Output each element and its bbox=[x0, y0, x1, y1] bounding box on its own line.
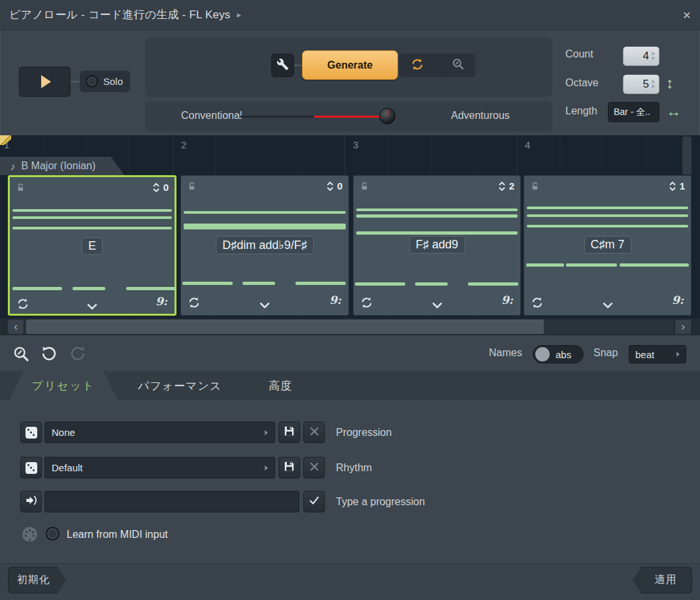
close-button[interactable]: × bbox=[683, 8, 691, 22]
scrollbar-thumb[interactable] bbox=[26, 320, 544, 334]
bar-number: 2 bbox=[181, 139, 186, 150]
chord-note-line bbox=[527, 214, 688, 217]
lock-icon[interactable] bbox=[187, 181, 197, 194]
chord-name-label[interactable]: E bbox=[82, 237, 103, 255]
chord-name-label[interactable]: F♯ add9 bbox=[409, 236, 465, 254]
regenerate-chord-icon[interactable] bbox=[360, 296, 373, 312]
chord-name-label[interactable]: D♯dim add♭9/F♯ bbox=[216, 236, 314, 254]
chord-menu-chevron-icon[interactable] bbox=[259, 299, 270, 309]
regenerate-chord-icon[interactable] bbox=[16, 297, 29, 313]
chord-card-4[interactable]: 1C♯m 79: bbox=[524, 175, 692, 316]
length-dropdown[interactable]: Bar - 全.. bbox=[608, 102, 659, 122]
rhythm-save-button[interactable] bbox=[278, 457, 300, 478]
chord-note-line bbox=[184, 224, 346, 229]
bass-clef-icon[interactable]: 9: bbox=[156, 295, 167, 308]
apply-button[interactable]: 適用 bbox=[633, 567, 692, 593]
scrollbar-track[interactable] bbox=[25, 320, 673, 334]
transpose-chevrons-icon bbox=[499, 182, 505, 191]
chord-name-label[interactable]: C♯m 7 bbox=[584, 236, 631, 254]
chevron-right-icon bbox=[265, 430, 268, 435]
rhythm-segment bbox=[12, 287, 62, 290]
confirm-progression-button[interactable] bbox=[303, 491, 325, 512]
snap-dropdown[interactable]: beat bbox=[629, 345, 686, 363]
redo-icon[interactable] bbox=[69, 345, 86, 365]
length-leftright-icon[interactable]: ↔ bbox=[666, 104, 681, 119]
lower-toolbar: Names abs Snap beat bbox=[0, 335, 700, 371]
progression-save-button[interactable] bbox=[278, 422, 300, 443]
save-icon bbox=[283, 460, 295, 475]
solo-toggle[interactable]: Solo bbox=[80, 71, 130, 92]
chord-note-line bbox=[12, 209, 172, 212]
top-controls: Generate Conventional Adventurous bbox=[0, 30, 700, 135]
chord-card-1[interactable]: 0E9: bbox=[8, 175, 176, 316]
chord-menu-chevron-icon[interactable] bbox=[87, 300, 97, 310]
adventure-slider-track[interactable] bbox=[240, 116, 392, 118]
names-toggle[interactable]: abs bbox=[533, 345, 584, 363]
input-arrow-icon bbox=[25, 494, 37, 509]
scroll-left-button[interactable]: ‹ bbox=[8, 320, 24, 334]
octave-spinner[interactable]: 5 bbox=[623, 75, 659, 94]
midi-learn-radio[interactable] bbox=[46, 527, 59, 541]
tab-presets[interactable]: プリセット bbox=[9, 371, 118, 400]
count-spinner[interactable]: 4 bbox=[623, 46, 659, 66]
tab-advanced[interactable]: 高度 bbox=[250, 371, 310, 400]
chord-card-3[interactable]: 2F♯ add99: bbox=[353, 175, 521, 316]
transpose-control[interactable]: 1 bbox=[669, 180, 685, 192]
chord-card-2[interactable]: 0D♯dim add♭9/F♯9: bbox=[180, 175, 349, 316]
transpose-control[interactable]: 0 bbox=[327, 180, 342, 192]
bar-number: 4 bbox=[525, 139, 530, 150]
undo-icon[interactable] bbox=[41, 345, 58, 365]
rhythm-segment bbox=[126, 287, 176, 290]
rhythm-random-button[interactable] bbox=[20, 457, 42, 478]
bass-clef-icon[interactable]: 9: bbox=[329, 293, 341, 307]
adventure-slider-knob[interactable] bbox=[379, 108, 395, 124]
scale-tab[interactable]: ♪ B Major (Ionian) bbox=[0, 157, 128, 175]
rhythm-segment bbox=[468, 282, 518, 286]
bass-clef-icon[interactable]: 9: bbox=[672, 293, 684, 307]
vertical-scrollbar[interactable] bbox=[682, 137, 692, 175]
regenerate-chord-icon[interactable] bbox=[531, 296, 544, 312]
progression-dropdown[interactable]: None bbox=[44, 422, 275, 443]
rhythm-segment bbox=[566, 263, 617, 267]
playhead-marker-icon bbox=[0, 135, 11, 145]
octave-updown-icon[interactable]: ↕ bbox=[666, 76, 674, 91]
regenerate-icon[interactable] bbox=[410, 58, 424, 74]
rhythm-segment bbox=[526, 263, 564, 267]
wrench-icon bbox=[276, 58, 289, 73]
preview-search-icon[interactable] bbox=[452, 58, 465, 73]
title-menu-arrow-icon[interactable]: ▸ bbox=[237, 10, 242, 20]
transpose-control[interactable]: 0 bbox=[153, 182, 169, 193]
apply-typed-progression-button[interactable] bbox=[20, 491, 42, 512]
scroll-right-button[interactable]: › bbox=[675, 320, 691, 334]
generator-options-button[interactable] bbox=[271, 54, 294, 77]
zoom-icon[interactable] bbox=[12, 345, 30, 365]
lock-icon[interactable] bbox=[530, 181, 540, 194]
apply-button-label: 適用 bbox=[655, 573, 677, 587]
play-button[interactable] bbox=[19, 67, 71, 97]
chord-menu-chevron-icon[interactable] bbox=[432, 299, 442, 309]
midi-connector-icon bbox=[21, 525, 39, 546]
solo-radio[interactable] bbox=[86, 75, 98, 88]
bass-clef-icon[interactable]: 9: bbox=[501, 293, 513, 307]
generate-button[interactable]: Generate bbox=[302, 50, 398, 80]
titlebar: ピアノロール - コード進行の生成 - FL Keys ▸ × bbox=[0, 0, 700, 30]
rhythm-value: Default bbox=[52, 462, 83, 473]
lock-icon[interactable] bbox=[16, 182, 25, 195]
rhythm-delete-button[interactable] bbox=[303, 457, 325, 478]
rhythm-dropdown[interactable]: Default bbox=[44, 457, 275, 478]
progression-text-input[interactable] bbox=[44, 491, 299, 512]
progression-random-button[interactable] bbox=[20, 422, 42, 443]
slider-right-label: Adventurous bbox=[451, 110, 510, 122]
transpose-control[interactable]: 2 bbox=[499, 180, 514, 192]
progression-delete-button[interactable] bbox=[303, 422, 325, 443]
reset-button[interactable]: 初期化 bbox=[8, 567, 66, 593]
tab-performance[interactable]: パフォーマンス bbox=[131, 371, 229, 400]
chord-menu-chevron-icon[interactable] bbox=[603, 299, 613, 309]
progression-value: None bbox=[52, 427, 75, 438]
lock-icon[interactable] bbox=[359, 181, 369, 194]
adventure-slider-fill bbox=[314, 116, 387, 118]
save-icon bbox=[283, 425, 295, 440]
regenerate-chord-icon[interactable] bbox=[188, 296, 201, 312]
rhythm-segment bbox=[242, 282, 275, 285]
bar-number: 3 bbox=[353, 139, 358, 150]
